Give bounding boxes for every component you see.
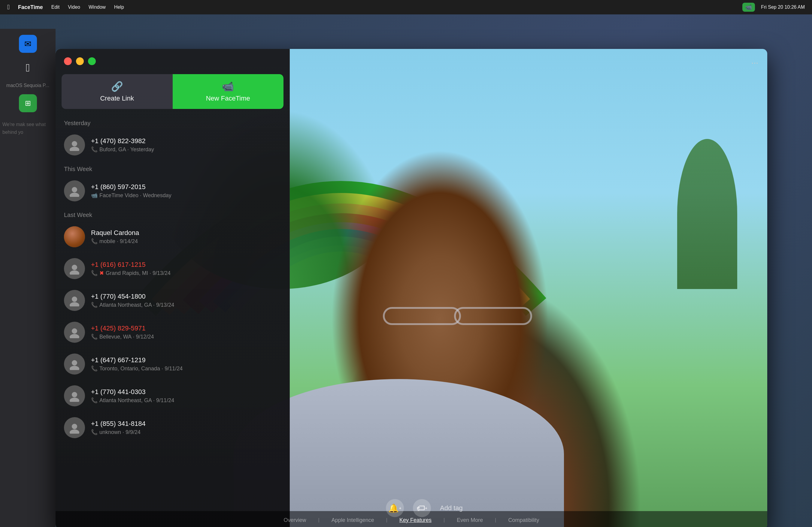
call-name: +1 (770) 441-0303	[91, 388, 281, 396]
phone-icon: 📞	[91, 302, 98, 308]
menu-items: Edit Video Window Help	[52, 4, 124, 10]
call-item[interactable]: +1 (770) 441-0303 📞 Atlanta Northeast, G…	[56, 380, 289, 412]
call-info: +1 (470) 822-3982 📞 Buford, GA · Yesterd…	[91, 137, 281, 153]
divider: |	[318, 517, 320, 523]
apple-menu-icon[interactable]: 	[7, 3, 10, 11]
svg-point-5	[70, 270, 79, 275]
call-detail: 📹 FaceTime Video · Wednesday	[91, 192, 281, 199]
call-item[interactable]: +1 (425) 829-5971 📞 Bellevue, WA · 9/12/…	[56, 316, 289, 348]
overview-link[interactable]: Overview	[284, 517, 306, 523]
menu-video[interactable]: Video	[68, 4, 80, 10]
mail-icon[interactable]: ✉	[19, 35, 37, 53]
svg-point-10	[72, 360, 77, 365]
svg-point-9	[70, 334, 79, 338]
avatar	[64, 226, 85, 247]
menu-help[interactable]: Help	[114, 4, 124, 10]
traffic-lights	[56, 49, 289, 71]
call-item[interactable]: +1 (860) 597-2015 📹 FaceTime Video · Wed…	[56, 175, 289, 207]
menubar-clock: Fri Sep 20 10:26 AM	[761, 4, 805, 10]
video-camera-icon: 📹	[222, 81, 234, 92]
more-options-icon[interactable]: ···	[751, 58, 758, 67]
tag-icon[interactable]: 🏷+	[413, 499, 431, 517]
add-tag-label[interactable]: Add tag	[440, 504, 463, 512]
call-info: +1 (770) 441-0303 📞 Atlanta Northeast, G…	[91, 388, 281, 404]
call-info: +1 (770) 454-1800 📞 Atlanta Northeast, G…	[91, 292, 281, 308]
call-detail: 📞 Buford, GA · Yesterday	[91, 146, 281, 153]
notification-bell-icon[interactable]: 🔔+	[386, 499, 404, 517]
divider: |	[444, 517, 445, 523]
call-name: +1 (860) 597-2015	[91, 183, 281, 191]
call-info: +1 (860) 597-2015 📹 FaceTime Video · Wed…	[91, 183, 281, 199]
menubar-right: 📹 Fri Sep 20 10:26 AM	[742, 3, 805, 12]
call-info: +1 (855) 341-8184 📞 unknown · 9/9/24	[91, 420, 281, 435]
menu-window[interactable]: Window	[89, 4, 106, 10]
divider: |	[495, 517, 496, 523]
call-name-missed: +1 (616) 617-1215	[91, 261, 281, 269]
minimize-button[interactable]	[76, 57, 84, 65]
new-facetime-button[interactable]: 📹 New FaceTime	[173, 74, 284, 109]
call-item[interactable]: +1 (647) 667-1219 📞 Toronto, Ontario, Ca…	[56, 348, 289, 380]
compatibility-link[interactable]: Compatibility	[508, 517, 539, 523]
call-name-missed: +1 (425) 829-5971	[91, 325, 281, 332]
video-icon: 📹	[91, 192, 98, 199]
missed-icon: ✖	[99, 270, 104, 276]
svg-point-11	[70, 366, 79, 370]
phone-icon: 📞	[91, 333, 98, 340]
call-name: +1 (470) 822-3982	[91, 137, 281, 145]
apple-logo-icon: 	[19, 59, 37, 77]
svg-point-12	[72, 392, 77, 397]
svg-point-1	[70, 147, 79, 151]
call-item[interactable]: Raquel Cardona 📞 mobile · 9/14/24	[56, 221, 289, 253]
glasses-right	[454, 307, 532, 325]
ft-sidebar: 🔗 Create Link 📹 New FaceTime Yesterday	[56, 49, 290, 527]
call-info: +1 (425) 829-5971 📞 Bellevue, WA · 9/12/…	[91, 325, 281, 340]
call-item[interactable]: +1 (770) 454-1800 📞 Atlanta Northeast, G…	[56, 285, 289, 316]
call-detail: 📞 Atlanta Northeast, GA · 9/11/24	[91, 397, 281, 404]
phone-icon: 📞	[91, 146, 98, 153]
avatar	[64, 180, 85, 201]
call-name: +1 (647) 667-1219	[91, 356, 281, 364]
call-detail: 📞 ✖ Grand Rapids, MI · 9/13/24	[91, 270, 281, 276]
facetime-menu-icon[interactable]: 📹	[742, 3, 755, 12]
section-yesterday: Yesterday	[56, 115, 289, 129]
app-name[interactable]: FaceTime	[18, 4, 43, 11]
call-info: +1 (616) 617-1215 📞 ✖ Grand Rapids, MI ·…	[91, 261, 281, 276]
fullscreen-button[interactable]	[88, 57, 96, 65]
apple-intelligence-link[interactable]: Apple Intelligence	[332, 517, 374, 523]
avatar	[64, 322, 85, 343]
avatar	[64, 417, 85, 438]
qr-icon[interactable]: ⊞	[19, 94, 37, 112]
call-item[interactable]: +1 (616) 617-1215 📞 ✖ Grand Rapids, MI ·…	[56, 253, 289, 285]
section-last-week: Last Week	[56, 207, 289, 221]
menu-edit[interactable]: Edit	[52, 4, 60, 10]
svg-point-6	[72, 297, 77, 302]
avatar	[64, 258, 85, 279]
call-detail: 📞 Atlanta Northeast, GA · 9/13/24	[91, 302, 281, 308]
section-this-week: This Week	[56, 161, 289, 175]
call-item[interactable]: +1 (470) 822-3982 📞 Buford, GA · Yesterd…	[56, 129, 289, 161]
notif-icons-area: 🔔+ 🏷+ Add tag	[386, 499, 463, 517]
key-features-link[interactable]: Key Features	[400, 517, 432, 523]
call-name: Raquel Cardona	[91, 229, 281, 237]
svg-point-4	[72, 265, 77, 270]
even-more-link[interactable]: Even More	[457, 517, 483, 523]
call-name: +1 (855) 341-8184	[91, 420, 281, 428]
facetime-window: 🔗 Create Link 📹 New FaceTime Yesterday	[56, 49, 767, 527]
close-button[interactable]	[64, 57, 72, 65]
phone-icon: 📞	[91, 270, 98, 276]
call-name: +1 (770) 454-1800	[91, 292, 281, 300]
call-item[interactable]: +1 (855) 341-8184 📞 unknown · 9/9/24	[56, 412, 289, 443]
svg-point-14	[72, 424, 77, 429]
ft-header: 🔗 Create Link 📹 New FaceTime	[56, 71, 289, 115]
svg-point-0	[72, 141, 77, 147]
call-detail: 📞 Toronto, Ontario, Canada · 9/11/24	[91, 365, 281, 372]
svg-point-2	[72, 187, 77, 192]
svg-point-13	[70, 398, 79, 402]
avatar	[64, 134, 85, 155]
phone-icon: 📞	[91, 429, 98, 435]
bg-content-text: We're mak see what behind yo	[0, 118, 56, 138]
call-detail: 📞 Bellevue, WA · 9/12/24	[91, 333, 281, 340]
menubar:  FaceTime Edit Video Window Help 📹 Fri …	[0, 0, 812, 14]
call-info: +1 (647) 667-1219 📞 Toronto, Ontario, Ca…	[91, 356, 281, 372]
create-link-button[interactable]: 🔗 Create Link	[61, 74, 173, 109]
